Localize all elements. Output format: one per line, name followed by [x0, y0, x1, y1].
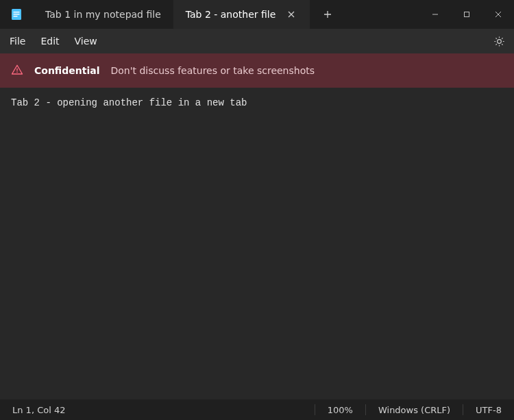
tab-1[interactable]: Tab 1 in my notepad file: [33, 0, 173, 29]
close-icon: [288, 11, 295, 18]
svg-rect-5: [16, 68, 17, 71]
close-tab-button[interactable]: [285, 8, 297, 21]
tab-label: Tab 2 - another file: [186, 9, 276, 20]
new-tab-button[interactable]: [314, 0, 341, 29]
status-encoding[interactable]: UTF-8: [463, 399, 514, 420]
minimize-icon: [432, 11, 439, 18]
app-icon: [0, 0, 33, 29]
tab-label: Tab 1 in my notepad file: [45, 9, 161, 20]
menu-bar: File Edit View: [0, 29, 514, 53]
banner-title: Confidential: [34, 65, 99, 76]
info-banner: Confidential Don't discuss features or t…: [0, 53, 514, 88]
window-controls: [419, 0, 514, 29]
menu-file[interactable]: File: [3, 32, 32, 51]
menu-edit[interactable]: Edit: [34, 32, 66, 51]
close-window-button[interactable]: [482, 0, 514, 29]
settings-button[interactable]: [487, 29, 511, 53]
status-line-ending[interactable]: Windows (CRLF): [366, 399, 463, 420]
plus-icon: [323, 10, 332, 18]
text-editor[interactable]: Tab 2 - opening another file in a new ta…: [0, 88, 514, 399]
svg-rect-1: [14, 12, 20, 12]
tab-2[interactable]: Tab 2 - another file: [173, 0, 310, 29]
close-icon: [495, 11, 502, 18]
warning-icon: [11, 64, 23, 78]
maximize-icon: [463, 11, 470, 18]
svg-rect-6: [16, 71, 17, 72]
maximize-button[interactable]: [451, 0, 482, 29]
status-zoom[interactable]: 100%: [315, 399, 365, 420]
svg-rect-3: [14, 16, 18, 16]
status-bar: Ln 1, Col 42 100% Windows (CRLF) UTF-8: [0, 399, 514, 420]
title-bar: Tab 1 in my notepad file Tab 2 - another…: [0, 0, 514, 29]
menu-view[interactable]: View: [68, 32, 104, 51]
minimize-button[interactable]: [419, 0, 451, 29]
notepad-icon: [10, 8, 23, 21]
status-position[interactable]: Ln 1, Col 42: [0, 399, 77, 420]
svg-rect-4: [465, 12, 469, 17]
banner-message: Don't discuss features or take screensho…: [110, 65, 315, 76]
svg-rect-2: [14, 14, 20, 14]
tab-strip: Tab 1 in my notepad file Tab 2 - another…: [33, 0, 310, 29]
gear-icon: [493, 36, 505, 47]
